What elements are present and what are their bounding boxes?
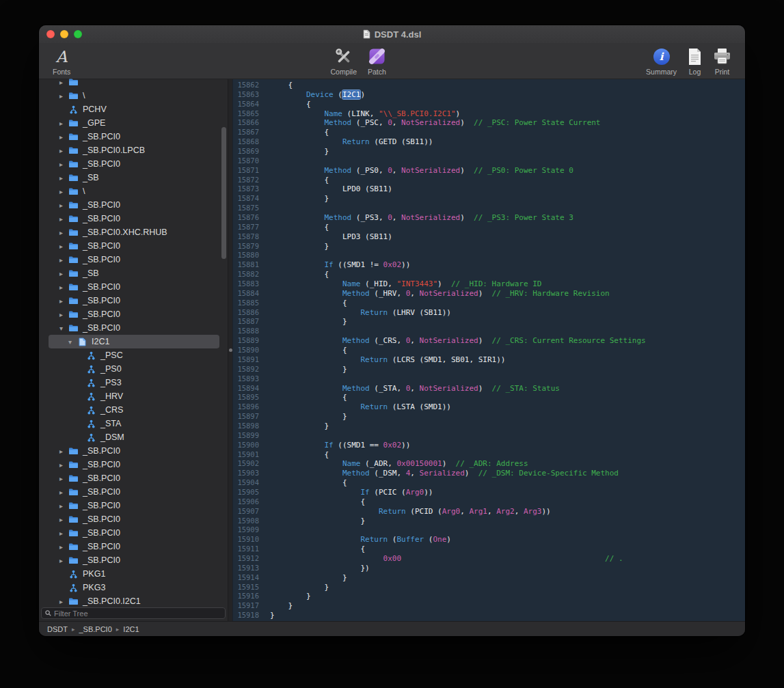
chevron-down-icon[interactable]: ▾	[57, 325, 66, 332]
code-editor[interactable]: 15862 {15863 Device (I2C1)15864 {15865 N…	[233, 79, 745, 621]
tree-item--hrv[interactable]: _HRV	[39, 389, 228, 403]
tree-item--sb-pci0[interactable]: ▸_SB.PCI0	[39, 526, 228, 540]
tree-item--sb[interactable]: ▸_SB	[39, 266, 228, 280]
chevron-right-icon[interactable]: ▸	[57, 243, 66, 250]
tree-item--sta[interactable]: _STA	[39, 417, 228, 430]
chevron-right-icon[interactable]: ▸	[57, 311, 66, 318]
tree-item--sb-pci0[interactable]: ▸_SB.PCI0	[39, 198, 228, 212]
tree-item--sb-pci0[interactable]: ▾_SB.PCI0	[39, 321, 228, 335]
tree-item--sb-pci0[interactable]: ▸_SB.PCI0	[39, 307, 228, 321]
tree-item--sb-pci0[interactable]: ▸_SB.PCI0	[39, 458, 228, 471]
pane-divider[interactable]	[228, 79, 233, 621]
chevron-right-icon[interactable]: ▸	[57, 229, 66, 236]
chevron-right-icon[interactable]: ▸	[57, 489, 66, 496]
patch-button[interactable]: Patch	[362, 45, 392, 76]
folder-icon	[68, 459, 79, 470]
chevron-right-icon[interactable]: ▸	[57, 461, 66, 469]
tree-item--ps0[interactable]: _PS0	[39, 362, 228, 376]
tree-item--sb-pci0[interactable]: ▸_SB.PCI0	[39, 130, 228, 143]
fonts-button[interactable]: A Fonts	[47, 45, 76, 76]
tree-item--[interactable]: ▸\	[39, 89, 228, 102]
code-line: 15879 }	[233, 242, 745, 251]
summary-button[interactable]: i Summary	[640, 45, 682, 76]
breadcrumb-item-root[interactable]: DSDT	[47, 625, 68, 633]
tree-item-pkg1[interactable]: PKG1	[39, 567, 228, 581]
chevron-right-icon[interactable]: ▸	[57, 297, 66, 305]
tree-item--psc[interactable]: _PSC	[39, 348, 228, 362]
sidebar-scrollbar-thumb[interactable]	[221, 127, 226, 259]
tree-item--sb-pci0[interactable]: ▸_SB.PCI0	[39, 512, 228, 526]
tree-item--sb-pci0[interactable]: ▸_SB.PCI0	[39, 294, 228, 307]
chevron-down-icon[interactable]: ▾	[66, 338, 75, 346]
code-text: }	[263, 601, 293, 611]
tree-item--sb-pci0[interactable]: ▸_SB.PCI0	[39, 540, 228, 553]
tree-item--sb-pci0[interactable]: ▸_SB.PCI0	[39, 212, 228, 225]
tree-item-i2c1[interactable]: ▾I2C1	[39, 335, 228, 348]
tree-item--sb[interactable]: ▸_SB	[39, 171, 228, 184]
close-button[interactable]	[46, 30, 55, 38]
line-number: 15896	[233, 402, 263, 412]
chevron-right-icon[interactable]: ▸	[57, 502, 66, 510]
minimize-button[interactable]	[60, 30, 68, 38]
compile-button[interactable]: Compile	[325, 45, 362, 76]
tree-item--sb-pci0[interactable]: ▸_SB.PCI0	[39, 444, 228, 458]
chevron-right-icon[interactable]: ▸	[57, 598, 66, 605]
tree-item--[interactable]: ▸\	[39, 184, 228, 198]
tree-item--sb-pci0-xhc-rhub[interactable]: ▸_SB.PCI0.XHC.RHUB	[39, 225, 228, 239]
chevron-right-icon[interactable]: ▸	[57, 79, 66, 86]
code-text: Name (_HID, "INT3443") // _HID: Hardware…	[263, 279, 541, 289]
print-button[interactable]: Print	[707, 45, 737, 76]
chevron-right-icon[interactable]: ▸	[57, 188, 66, 195]
tree-item--sb-pci0[interactable]: ▸_SB.PCI0	[39, 157, 228, 171]
chevron-right-icon[interactable]: ▸	[57, 92, 66, 100]
compile-icon	[334, 47, 353, 66]
chevron-right-icon[interactable]: ▸	[57, 147, 66, 154]
breadcrumb-item-leaf[interactable]: I2C1	[123, 625, 139, 633]
code-text: {	[263, 478, 347, 488]
line-number: 15901	[233, 450, 263, 460]
line-number: 15918	[233, 611, 263, 620]
chevron-right-icon[interactable]: ▸	[57, 543, 66, 551]
tree-item--sb-pci0[interactable]: ▸_SB.PCI0	[39, 485, 228, 499]
divider-handle[interactable]	[229, 348, 232, 352]
tree-item--sb-pci0[interactable]: ▸_SB.PCI0	[39, 239, 228, 253]
chevron-right-icon[interactable]: ▸	[57, 161, 66, 168]
tree-item--sb-pci0[interactable]: ▸_SB.PCI0	[39, 253, 228, 266]
chevron-right-icon[interactable]: ▸	[57, 557, 66, 564]
filter-tree-field[interactable]	[41, 607, 226, 619]
chevron-right-icon[interactable]: ▸	[57, 120, 66, 127]
tree-item--gpe[interactable]: ▸_GPE	[39, 116, 228, 130]
tree-item--crs[interactable]: _CRS	[39, 403, 228, 417]
tree-item-pchv[interactable]: PCHV	[39, 102, 228, 116]
chevron-right-icon[interactable]: ▸	[57, 202, 66, 209]
tree-item--ps3[interactable]: _PS3	[39, 376, 228, 389]
tree-item--sb-pci0[interactable]: ▸_SB.PCI0	[39, 499, 228, 512]
chevron-right-icon[interactable]: ▸	[57, 133, 66, 141]
code-text: {	[263, 176, 329, 185]
chevron-right-icon[interactable]: ▸	[57, 174, 66, 182]
chevron-right-icon[interactable]: ▸	[57, 215, 66, 223]
tree-item--sb-pci0-lpcb[interactable]: ▸_SB.PCI0.LPCB	[39, 143, 228, 157]
filter-tree-input[interactable]	[54, 609, 221, 618]
chevron-right-icon[interactable]: ▸	[57, 284, 66, 291]
toolbar-center-group: Compile Patch	[325, 45, 391, 76]
chevron-right-icon[interactable]: ▸	[57, 448, 66, 455]
tree-item-blank[interactable]: ▸	[39, 75, 228, 89]
tree-item--sb-pci0[interactable]: ▸_SB.PCI0	[39, 280, 228, 294]
chevron-right-icon[interactable]: ▸	[57, 516, 66, 523]
chevron-right-icon[interactable]: ▸	[57, 256, 66, 264]
breadcrumb-item-scope[interactable]: _SB.PCI0	[79, 625, 111, 633]
tree-item-pkg3[interactable]: PKG3	[39, 581, 228, 594]
zoom-button[interactable]	[74, 30, 82, 38]
chevron-right-icon[interactable]: ▸	[57, 529, 66, 537]
chevron-right-icon[interactable]: ▸	[57, 475, 66, 482]
log-button[interactable]: Log	[682, 45, 707, 76]
tree-item--sb-pci0-i2c1[interactable]: ▸_SB.PCI0.I2C1	[39, 594, 228, 606]
tree-item--sb-pci0[interactable]: ▸_SB.PCI0	[39, 553, 228, 567]
tree-item--dsm[interactable]: _DSM	[39, 430, 228, 444]
folder-icon	[68, 555, 79, 566]
titlebar[interactable]: DSDT 4.dsl	[39, 25, 745, 43]
chevron-right-icon[interactable]: ▸	[57, 270, 66, 277]
tree-item--sb-pci0[interactable]: ▸_SB.PCI0	[39, 471, 228, 485]
line-number: 15900	[233, 441, 263, 450]
